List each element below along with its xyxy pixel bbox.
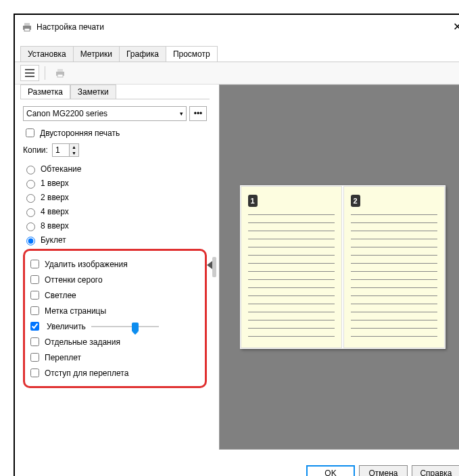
radio-booklet[interactable]	[26, 237, 35, 245]
enlarge-label: Увеличить	[47, 322, 86, 331]
lighter-checkbox[interactable]	[30, 291, 39, 300]
copies-label: Копии:	[23, 145, 48, 155]
svg-rect-7	[57, 69, 63, 72]
window-title: Настройка печати	[37, 22, 450, 32]
radio-8up[interactable]	[26, 222, 35, 231]
radio-wrap[interactable]	[26, 166, 35, 174]
svg-rect-8	[57, 74, 63, 77]
printer-settings-button[interactable]: •••	[189, 106, 207, 121]
tab-graphics[interactable]: Графика	[119, 46, 166, 62]
printer-select[interactable]: Canon MG2200 series ▾	[23, 106, 187, 121]
enlarge-checkbox[interactable]	[30, 322, 39, 331]
enlarge-slider[interactable]	[91, 321, 159, 332]
copies-stepper[interactable]: 1 ▲ ▼	[52, 143, 79, 157]
binding-indent-label: Отступ для переплета	[45, 368, 128, 378]
options-highlight-box: Удалить изображения Оттенки серого Светл…	[23, 249, 207, 388]
preview-page-2: 2	[343, 186, 445, 348]
remove-images-label: Удалить изображения	[45, 260, 128, 269]
hamburger-icon	[25, 69, 34, 77]
duplex-label: Двусторонняя печать	[40, 128, 120, 138]
page-mark-label: Метка страницы	[45, 306, 106, 316]
svg-rect-3	[25, 69, 34, 70]
radio-1up[interactable]	[26, 180, 35, 189]
splitter[interactable]	[210, 85, 219, 450]
radio-4up[interactable]	[26, 208, 35, 217]
separator	[45, 66, 45, 80]
subtab-notes[interactable]: Заметки	[70, 85, 116, 99]
page-number-2: 2	[351, 195, 360, 207]
tab-preview[interactable]: Просмотр	[166, 46, 218, 62]
separate-jobs-checkbox[interactable]	[30, 337, 39, 346]
print-button[interactable]	[51, 65, 70, 81]
binding-indent-checkbox[interactable]	[30, 368, 39, 377]
spin-up-icon[interactable]: ▲	[70, 144, 78, 150]
svg-rect-2	[24, 28, 30, 31]
svg-rect-4	[25, 72, 34, 74]
radio-booklet-label: Буклет	[41, 235, 66, 245]
subtab-layout[interactable]: Разметка	[20, 85, 70, 99]
printer-icon	[22, 22, 32, 32]
splitter-grip-icon	[212, 257, 216, 277]
svg-rect-1	[24, 23, 30, 26]
binding-checkbox[interactable]	[30, 353, 39, 362]
grayscale-label: Оттенки серого	[45, 275, 103, 285]
tab-metrics[interactable]: Метрики	[73, 46, 120, 62]
menu-button[interactable]	[20, 65, 39, 81]
preview-page-1: 1	[241, 186, 342, 348]
radio-8up-label: 8 вверх	[41, 221, 69, 231]
lighter-label: Светлее	[45, 291, 76, 300]
slider-track	[91, 326, 159, 327]
page-number-1: 1	[248, 195, 258, 207]
slider-thumb-icon[interactable]	[132, 323, 139, 332]
collapse-arrow-icon	[207, 261, 212, 269]
ok-button[interactable]: OK	[306, 465, 355, 476]
preview-area: 1 2	[219, 85, 459, 450]
radio-wrap-label: Обтекание	[41, 164, 81, 174]
radio-2up[interactable]	[26, 194, 35, 203]
grayscale-checkbox[interactable]	[30, 275, 39, 284]
duplex-checkbox[interactable]	[26, 128, 34, 137]
radio-1up-label: 1 вверх	[41, 178, 69, 188]
help-button[interactable]: Справка	[412, 465, 459, 476]
cancel-button[interactable]: Отмена	[359, 465, 408, 476]
tab-install[interactable]: Установка	[20, 46, 74, 62]
radio-2up-label: 2 вверх	[41, 193, 69, 202]
separate-jobs-label: Отдельные задания	[45, 337, 120, 347]
page-mark-checkbox[interactable]	[30, 306, 39, 315]
copies-value: 1	[53, 144, 69, 156]
radio-4up-label: 4 вверх	[41, 207, 69, 216]
svg-rect-5	[25, 76, 34, 77]
print-icon	[55, 68, 66, 78]
spin-down-icon[interactable]: ▼	[70, 150, 78, 156]
binding-label: Переплет	[45, 353, 81, 362]
remove-images-checkbox[interactable]	[30, 260, 39, 268]
printer-selected: Canon MG2200 series	[26, 109, 107, 118]
chevron-down-icon: ▾	[180, 110, 183, 117]
booklet-preview: 1 2	[240, 185, 445, 349]
close-icon[interactable]: ✕	[450, 20, 459, 33]
